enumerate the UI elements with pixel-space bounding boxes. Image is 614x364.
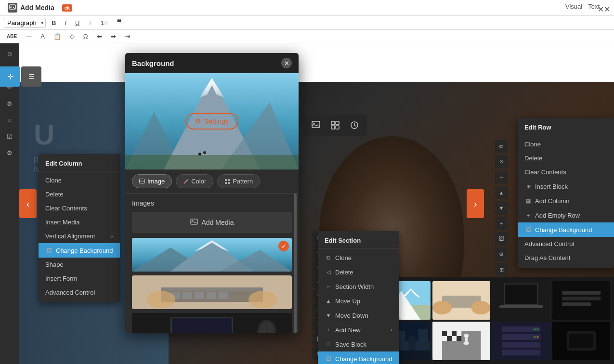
er-icon-width[interactable]: ↔ (495, 170, 508, 184)
col-menu-delete[interactable]: Delete (39, 187, 120, 201)
row-menu-clear-contents[interactable]: Clear Contents (518, 165, 614, 179)
blockquote-button[interactable]: ❝ (114, 16, 124, 29)
sec-width-icon: ↔ (325, 283, 332, 290)
svg-rect-74 (562, 297, 601, 300)
col-menu-insert-media[interactable]: Insert Media (39, 215, 120, 229)
svg-point-103 (536, 328, 538, 330)
clear-format-button[interactable]: ◇ (67, 31, 78, 41)
row-menu-insert-block[interactable]: ⊞ Insert Block (518, 179, 614, 194)
modal-close-button[interactable]: ✕ (281, 58, 292, 68)
row-menu-clone[interactable]: Clone (518, 137, 614, 151)
left-panel-icon-align[interactable]: ≡ (2, 113, 17, 127)
text-color-button[interactable]: A (38, 31, 48, 41)
bg-add-media-button[interactable]: Add Media (132, 212, 292, 233)
svg-rect-20 (225, 179, 227, 181)
hr-button[interactable]: — (23, 31, 35, 41)
bg-scrollbar[interactable] (294, 194, 297, 333)
row-menu-add-column[interactable]: ▦ Add Column (518, 194, 614, 208)
col-menu-shape[interactable]: Shape (39, 258, 120, 272)
nav-arrow-left[interactable]: ‹ (19, 189, 37, 218)
svg-rect-36 (195, 292, 204, 299)
hamburger-button[interactable]: ☰ (21, 66, 41, 87)
bg-thumb-2[interactable] (132, 275, 292, 309)
photo-cell-dark2[interactable] (552, 322, 611, 360)
left-panel-icon-gear[interactable]: ⚙ (2, 145, 17, 160)
photo-cell-laptop[interactable] (492, 281, 550, 320)
sec-menu-change-background[interactable]: 🖼 Change Background (318, 351, 399, 364)
photo-cell-dark[interactable] (552, 281, 611, 320)
sec-menu-delete[interactable]: ◁ Delete (318, 265, 399, 279)
er-icon-down[interactable]: ▼ (495, 201, 508, 215)
sec-menu-clone[interactable]: ⧉ Clone (318, 250, 399, 265)
row-menu-delete[interactable]: Delete (518, 151, 614, 165)
col-menu-clone[interactable]: Clone (39, 173, 120, 187)
er-icon-copy[interactable]: ⧉ (495, 140, 508, 153)
float-tb-grid-icon[interactable] (327, 117, 343, 133)
paste-button[interactable]: 📋 (51, 31, 64, 41)
bg-tab-pattern[interactable]: Pattern (217, 174, 260, 188)
sec-menu-add-new[interactable]: + Add New › (318, 323, 399, 337)
right-justify-button[interactable]: ➡ (108, 31, 119, 41)
col-menu-insert-form[interactable]: Insert Form (39, 272, 120, 286)
svg-rect-7 (336, 126, 339, 129)
float-tb-rotate-icon[interactable] (347, 117, 362, 133)
er-icon-delete[interactable]: ✕ (495, 155, 508, 169)
indent-button[interactable]: ⇥ (122, 31, 133, 41)
bg-tab-color[interactable]: Color (176, 174, 213, 188)
photo-cell-hands[interactable] (432, 281, 491, 320)
col-menu-vertical-alignment[interactable]: Vertical Alignment › (39, 229, 120, 243)
underline-button[interactable]: U (72, 18, 82, 28)
svg-rect-70 (505, 285, 537, 304)
wp-toolbar: Add Media ck Visual Text ✕✕ Paragraph B … (0, 0, 614, 43)
add-media-button[interactable]: Add Media (4, 1, 58, 14)
col-menu-clear-contents[interactable]: Clear Contents (39, 201, 120, 215)
photo-cell-server[interactable] (492, 322, 550, 360)
svg-rect-87 (447, 331, 452, 336)
col-menu-change-background[interactable]: 🖼 Change Background (39, 243, 120, 258)
abbr-button[interactable]: ABE (4, 32, 20, 40)
unordered-list-button[interactable]: ≡ (85, 18, 95, 28)
sec-menu-save-block[interactable]: ♡ Save Block (318, 337, 399, 351)
bg-tab-image[interactable]: Image (132, 174, 172, 188)
er-icon-add[interactable]: + (495, 217, 508, 230)
row-menu-add-empty-row[interactable]: + Add Empty Row (518, 208, 614, 222)
er-icon-gear[interactable]: ⚙ (495, 247, 508, 261)
svg-rect-5 (336, 121, 339, 125)
photo-cell-chess[interactable] (432, 322, 491, 360)
modal-preview: ⚙ Settings (125, 73, 299, 169)
bold-button[interactable]: B (49, 18, 59, 28)
bg-add-media-label: Add Media (202, 219, 234, 226)
nav-arrow-right[interactable]: › (467, 189, 484, 218)
left-panel-icon-copy[interactable]: ⧉ (2, 47, 17, 62)
left-panel-icon-check[interactable]: ☑ (2, 129, 17, 143)
er-icon-drag[interactable]: ⊞ (495, 263, 508, 276)
left-justify-button[interactable]: ⬅ (94, 31, 105, 41)
bg-thumb-3[interactable] (132, 313, 292, 333)
row-menu-drag-as-content[interactable]: Drag As Content (518, 251, 614, 265)
er-icon-up[interactable]: ▲ (495, 186, 508, 199)
paragraph-select[interactable]: Paragraph (4, 18, 46, 28)
er-icon-bg[interactable]: 🖼 (495, 232, 508, 246)
bg-thumb-1[interactable] (132, 238, 292, 272)
settings-button[interactable]: ⚙ Settings (185, 113, 238, 130)
special-char-button[interactable]: Ω (80, 31, 91, 41)
svg-point-102 (534, 328, 536, 330)
svg-rect-71 (499, 305, 543, 308)
drag-handle[interactable]: ✛ (0, 66, 20, 87)
row-menu-change-background[interactable]: 🖼 Change Background (518, 222, 614, 237)
sec-menu-section-width[interactable]: ↔ Section Width (318, 279, 399, 294)
col-menu-advanced-control[interactable]: Advanced Control (39, 286, 120, 299)
svg-rect-4 (331, 121, 335, 125)
left-panel-icon-settings[interactable]: ⚙ (2, 96, 17, 111)
ordered-list-button[interactable]: 1≡ (98, 18, 111, 28)
visual-tab[interactable]: Visual (565, 3, 582, 10)
fullscreen-icon[interactable]: ✕✕ (598, 5, 610, 14)
italic-button[interactable]: I (62, 18, 69, 28)
editor-canvas: U peive ⧉ ✕ ✏ ⚙ ≡ ☑ ⚙ ✛ ☰ ‹ › Edit Colum… (0, 43, 614, 364)
float-tb-image-icon[interactable] (308, 117, 324, 133)
sec-menu-move-up[interactable]: ▲ Move Up (318, 294, 399, 308)
svg-rect-108 (569, 334, 593, 348)
row-menu-advanced-control[interactable]: Advanced Control (518, 237, 614, 251)
sec-add-arrow: › (391, 327, 392, 333)
sec-menu-move-down[interactable]: ▼ Move Down (318, 308, 399, 323)
